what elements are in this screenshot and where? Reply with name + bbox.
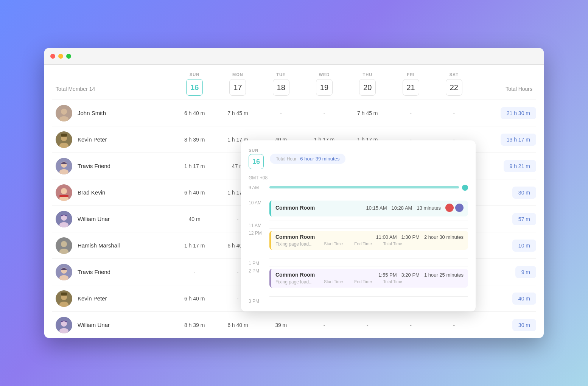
minimize-button[interactable] xyxy=(58,54,63,59)
time-content-9am xyxy=(269,183,468,198)
total-hours-badge: 57 m xyxy=(512,213,536,225)
time-label: 9 AM xyxy=(249,183,269,190)
hour-cell: 1 h 17 m xyxy=(173,239,216,252)
day-number[interactable]: 18 xyxy=(273,79,289,96)
avatar xyxy=(56,317,72,333)
avatar xyxy=(56,211,72,227)
day-number[interactable]: 22 xyxy=(446,79,462,96)
total-hours-badge: 9 h 21 m xyxy=(504,160,536,172)
event-start-3: 1:55 PM xyxy=(378,272,397,278)
maximize-button[interactable] xyxy=(66,54,71,59)
event-room-3: Common Room xyxy=(275,272,374,278)
member-info: Kevin Peter xyxy=(52,128,173,152)
day-name: SUN xyxy=(173,72,216,77)
event-start-label: Start Time xyxy=(324,241,343,247)
titlebar xyxy=(44,48,544,65)
total-hours-cell: 10 m xyxy=(476,240,536,252)
time-slot-2pm: 2 PM Common Room 1:55 PM 3:20 PM 1 hour … xyxy=(249,266,468,296)
member-name: John Smith xyxy=(78,110,106,116)
popup-total-hour-value: 6 hour 39 minutes xyxy=(300,156,339,162)
event-avatar-red xyxy=(445,204,454,212)
total-hours-cell: 21 h 30 m xyxy=(476,107,536,119)
day-name: WED xyxy=(303,72,346,77)
member-info: John Smith xyxy=(52,101,173,125)
time-content-12pm: Common Room 11:00 AM 1:30 PM 2 hour 30 m… xyxy=(269,228,468,258)
hour-cell: 6 h 40 m xyxy=(173,292,216,305)
avatar xyxy=(56,264,72,280)
time-content-11am xyxy=(269,221,468,224)
app-window: Total Member 14 SUN 16 MON 17 TUE 18 WED… xyxy=(44,48,544,338)
total-hours-cell: 30 m xyxy=(476,319,536,331)
total-hours-cell: 40 m xyxy=(476,293,536,305)
hour-cell: - xyxy=(173,265,216,279)
time-slot-11am: 11 AM xyxy=(249,221,468,228)
day-number[interactable]: 21 xyxy=(403,79,419,96)
time-content-3pm xyxy=(269,296,468,304)
svg-point-1 xyxy=(61,109,67,115)
total-hours-badge: 30 m xyxy=(512,319,536,331)
total-hours-badge: 21 h 30 m xyxy=(501,107,536,119)
day-number[interactable]: 20 xyxy=(359,79,376,96)
member-info: Brad Kevin xyxy=(52,181,173,205)
member-name: Kevin Peter xyxy=(78,295,107,302)
time-label: 3 PM xyxy=(249,296,269,304)
event-sub: Fixing page load... Start Time End Time … xyxy=(275,241,464,247)
popup-day-number: 16 xyxy=(249,154,264,169)
total-hours-badge: 40 m xyxy=(512,293,536,305)
event-room-2: Common Room xyxy=(275,234,372,240)
event-description-3: Fixing page load... xyxy=(275,279,313,285)
event-card-purple[interactable]: Common Room 1:55 PM 3:20 PM 1 hour 25 mi… xyxy=(269,269,468,288)
event-card-header: Common Room 11:00 AM 1:30 PM 2 hour 30 m… xyxy=(275,234,464,240)
event-avatar-blue xyxy=(455,204,464,212)
hour-cell: 40 m xyxy=(173,212,216,226)
calendar-header: Total Member 14 SUN 16 MON 17 TUE 18 WED… xyxy=(44,72,544,96)
day-detail-popup[interactable]: SUN 16 Total Hour 6 hour 39 minutes GMT … xyxy=(241,140,476,311)
event-start-2: 11:00 AM xyxy=(376,234,397,240)
day-number[interactable]: 16 xyxy=(186,79,203,96)
popup-total-hour-badge: Total Hour 6 hour 39 minutes xyxy=(270,154,345,164)
hour-cell: - xyxy=(303,106,346,120)
event-duration: 13 minutes xyxy=(417,205,441,211)
gmt-label: GMT +08 xyxy=(249,175,468,181)
svg-point-11 xyxy=(61,188,67,194)
event-total-label: Total Time xyxy=(383,241,402,247)
day-name: TUE xyxy=(260,72,303,77)
day-name: MON xyxy=(216,72,259,77)
hour-cell: - xyxy=(432,106,476,120)
hour-cell: - xyxy=(346,318,389,332)
table-row[interactable]: William Unar 8 h 39 m6 h 40 m39 m----30 … xyxy=(52,311,536,338)
event-end-2: 1:30 PM xyxy=(401,234,420,240)
avatar xyxy=(56,131,72,148)
event-avatars xyxy=(445,204,464,212)
total-hours-cell: 57 m xyxy=(476,213,536,225)
member-info: William Unar xyxy=(52,207,173,231)
time-content-1pm xyxy=(269,258,468,262)
hour-cell: 8 h 39 m xyxy=(173,318,216,332)
event-room: Common Room xyxy=(275,205,362,211)
day-col-header-sat: SAT 22 xyxy=(432,72,476,96)
day-number[interactable]: 19 xyxy=(316,79,333,96)
table-row[interactable]: John Smith 6 h 40 m7 h 45 m--7 h 45 m--2… xyxy=(52,100,536,126)
day-number[interactable]: 17 xyxy=(229,79,246,96)
event-card-yellow[interactable]: Common Room 11:00 AM 1:30 PM 2 hour 30 m… xyxy=(269,231,468,250)
time-label: 1 PM xyxy=(249,258,269,266)
close-button[interactable] xyxy=(50,54,55,59)
member-name: Brad Kevin xyxy=(78,189,105,196)
time-slot-1pm: 1 PM xyxy=(249,258,468,266)
member-info: Travis Friend xyxy=(52,154,173,178)
time-slot-9am: 9 AM xyxy=(249,183,468,198)
time-label: 12 PM xyxy=(249,228,269,236)
avatar xyxy=(56,158,72,174)
avatar xyxy=(56,184,72,201)
total-hours-label: Total Hours xyxy=(476,72,536,96)
event-end-time: 10:28 AM xyxy=(391,205,412,211)
event-sub-3: Fixing page load... Start Time End Time … xyxy=(275,279,464,285)
total-hours-cell: 9 m xyxy=(476,266,536,278)
svg-rect-6 xyxy=(61,134,67,137)
member-name: Kevin Peter xyxy=(78,136,107,143)
svg-rect-13 xyxy=(59,195,68,197)
event-card-teal[interactable]: Common Room 10:15 AM 10:28 AM 13 minutes xyxy=(269,201,468,216)
event-start-label-3: Start Time xyxy=(324,279,343,285)
hour-cell: 7 h 45 m xyxy=(216,106,259,120)
hour-cell: - xyxy=(260,106,303,120)
